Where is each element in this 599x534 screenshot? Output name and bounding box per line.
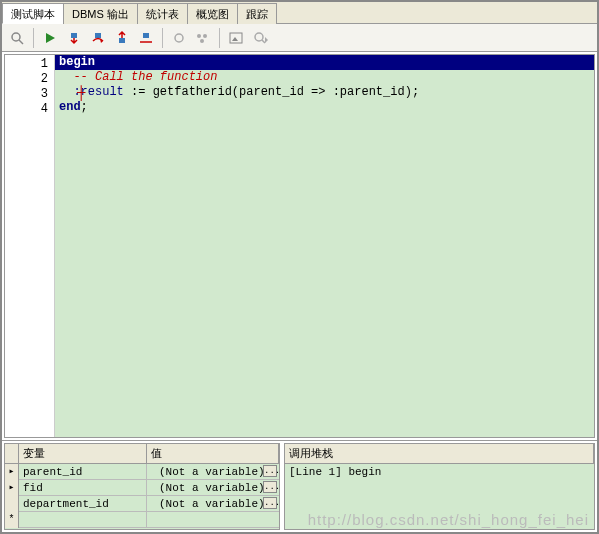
run-to-icon[interactable]	[135, 27, 157, 49]
svg-line-16	[262, 40, 265, 43]
var-name[interactable]	[19, 512, 147, 528]
tab-dbms-output[interactable]: DBMS 输出	[63, 3, 138, 24]
svg-rect-7	[143, 33, 149, 38]
column-value[interactable]: 值	[147, 444, 279, 463]
break-icon[interactable]	[168, 27, 190, 49]
separator	[162, 28, 163, 48]
row-marker	[5, 496, 19, 512]
separator	[33, 28, 34, 48]
ellipsis-button[interactable]: ...	[263, 465, 277, 477]
callstack-body: [Line 1] begin	[285, 464, 594, 529]
tab-overview[interactable]: 概览图	[187, 3, 238, 24]
cursor-marker: ┼	[77, 85, 85, 101]
line-number: 4	[5, 102, 48, 117]
toolbar	[2, 24, 597, 52]
callstack-header: 调用堆栈	[285, 444, 594, 464]
line-number: 2	[5, 72, 48, 87]
row-marker-header	[5, 444, 19, 463]
separator	[219, 28, 220, 48]
code-line: -- Call the function	[55, 70, 594, 85]
svg-point-15	[255, 33, 263, 41]
step-out-icon[interactable]	[111, 27, 133, 49]
code-line: :result := getfatherid(parent_id => :par…	[55, 85, 594, 100]
svg-point-9	[175, 34, 183, 42]
code-area[interactable]: begin -- Call the function :result := ge…	[55, 55, 594, 437]
svg-marker-14	[232, 37, 238, 41]
variable-row[interactable]: ▸ parent_id (Not a variable)...	[5, 464, 279, 480]
tab-trace[interactable]: 跟踪	[237, 3, 277, 24]
svg-point-0	[12, 33, 20, 41]
var-value: (Not a variable)...	[147, 496, 279, 512]
var-name: fid	[19, 480, 147, 496]
svg-rect-3	[71, 33, 77, 38]
image-icon[interactable]	[225, 27, 247, 49]
stack-entry: [Line 1] begin	[285, 466, 381, 478]
column-variable[interactable]: 变量	[19, 444, 147, 463]
variables-header: 变量 值	[5, 444, 279, 464]
variable-row[interactable]: department_id (Not a variable)...	[5, 496, 279, 512]
tab-statistics[interactable]: 统计表	[137, 3, 188, 24]
code-line: begin	[55, 55, 594, 70]
var-value: (Not a variable)...	[147, 464, 279, 480]
bottom-panels: 变量 值 ▸ parent_id (Not a variable)... ▸ f…	[2, 440, 597, 532]
svg-point-12	[200, 39, 204, 43]
line-gutter: 1 2 3 4	[5, 55, 55, 437]
tab-test-script[interactable]: 测试脚本	[2, 3, 64, 24]
run-icon[interactable]	[39, 27, 61, 49]
line-number: 1	[5, 57, 48, 72]
search-icon[interactable]	[6, 27, 28, 49]
step-into-icon[interactable]	[63, 27, 85, 49]
svg-marker-17	[265, 37, 268, 43]
step-over-icon[interactable]	[87, 27, 109, 49]
row-marker: ▸	[5, 480, 19, 496]
line-number: 3	[5, 87, 48, 102]
tab-bar: 测试脚本 DBMS 输出 统计表 概览图 跟踪	[2, 2, 597, 24]
ellipsis-button[interactable]: ...	[263, 497, 277, 509]
svg-rect-4	[95, 33, 101, 38]
svg-point-10	[197, 34, 201, 38]
threads-icon[interactable]	[192, 27, 214, 49]
column-callstack: 调用堆栈	[285, 444, 594, 463]
svg-marker-2	[46, 33, 55, 43]
row-marker: ▸	[5, 464, 19, 480]
callstack-panel: 调用堆栈 [Line 1] begin	[284, 443, 595, 530]
ellipsis-button[interactable]: ...	[263, 481, 277, 493]
variables-body: ▸ parent_id (Not a variable)... ▸ fid (N…	[5, 464, 279, 529]
code-line: end;	[55, 100, 594, 115]
variable-row-new[interactable]: *	[5, 512, 279, 528]
svg-line-1	[19, 40, 23, 44]
var-name: department_id	[19, 496, 147, 512]
new-row-marker: *	[5, 512, 19, 528]
svg-rect-13	[230, 33, 242, 43]
zoom-icon[interactable]	[249, 27, 271, 49]
code-editor[interactable]: 1 2 3 4 begin -- Call the function :resu…	[4, 54, 595, 438]
variables-panel: 变量 值 ▸ parent_id (Not a variable)... ▸ f…	[4, 443, 280, 530]
var-value[interactable]	[147, 512, 279, 528]
svg-rect-6	[119, 38, 125, 43]
stack-row[interactable]: [Line 1] begin	[285, 464, 594, 480]
var-value: (Not a variable)...	[147, 480, 279, 496]
variable-row[interactable]: ▸ fid (Not a variable)...	[5, 480, 279, 496]
svg-point-11	[203, 34, 207, 38]
var-name: parent_id	[19, 464, 147, 480]
